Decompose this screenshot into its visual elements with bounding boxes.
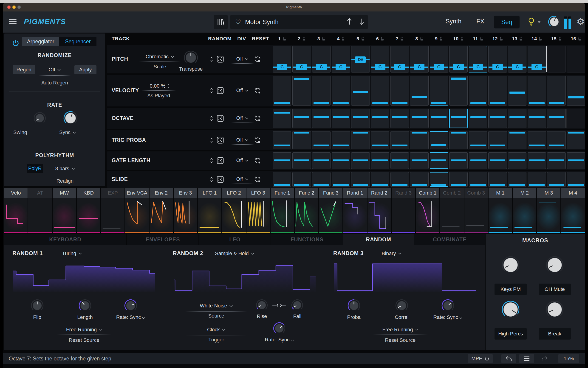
octave-step-8[interactable]: [410, 109, 428, 128]
row-reset[interactable]: [254, 137, 261, 145]
proba-control[interactable]: Proba: [336, 299, 372, 320]
correl-control[interactable]: Correl: [383, 299, 420, 320]
step-header-15[interactable]: 15: [547, 34, 566, 44]
gate-step-7[interactable]: [390, 152, 409, 169]
mod-source-env-2[interactable]: Env 2: [150, 188, 173, 233]
random3-rate-control[interactable]: Rate: Sync: [430, 299, 466, 320]
reset-loop-icon[interactable]: [254, 176, 261, 183]
tab-synth[interactable]: Synth: [446, 18, 462, 25]
pitch-step-4[interactable]: C: [332, 46, 350, 73]
macro4-label[interactable]: Break: [539, 328, 571, 340]
mod-source-kbd[interactable]: KBD: [77, 188, 100, 233]
mod-source-rand-2[interactable]: Rand 2: [367, 188, 391, 233]
mod-source-comb-2[interactable]: Comb 2: [440, 188, 463, 233]
velocity-step-4[interactable]: [332, 76, 350, 106]
step-header-12[interactable]: 12: [488, 34, 507, 44]
section-tab-keyboard[interactable]: KEYBOARD: [4, 234, 126, 245]
trig-step-14[interactable]: [528, 131, 546, 149]
row-stepper[interactable]: [210, 137, 213, 145]
row-reset[interactable]: [254, 87, 261, 95]
mod-source-thumbnail[interactable]: [101, 198, 125, 232]
section-tab-lfo[interactable]: LFO: [199, 234, 270, 245]
polyrhythm-bars-dropdown[interactable]: 8 bars: [52, 166, 78, 172]
slide-step-15[interactable]: [547, 172, 566, 187]
row-random-dice[interactable]: [217, 176, 224, 184]
power-icon[interactable]: [12, 39, 19, 47]
track-length-marker[interactable]: [566, 109, 566, 128]
stepper-icon[interactable]: [210, 87, 213, 94]
velocity-step-3[interactable]: [312, 76, 330, 106]
undo-button[interactable]: [501, 354, 516, 363]
gate-step-10[interactable]: [449, 152, 468, 169]
redo-button[interactable]: [537, 354, 552, 363]
row-stepper[interactable]: [210, 157, 213, 165]
row-reset[interactable]: [254, 115, 261, 123]
dice-icon[interactable]: [217, 137, 224, 144]
reset-loop-icon[interactable]: [254, 87, 261, 94]
mod-source-tab[interactable]: M 3: [537, 188, 560, 198]
flip-control[interactable]: Flip: [19, 299, 56, 320]
mod-source-exp[interactable]: EXP: [101, 188, 125, 233]
slide-step-7[interactable]: [390, 172, 409, 187]
mod-source-tab[interactable]: LFO 1: [198, 188, 222, 198]
mod-source-thumbnail[interactable]: [343, 198, 366, 232]
mod-source-tab[interactable]: EXP: [101, 188, 125, 198]
octave-step-7[interactable]: [390, 109, 409, 128]
stepper-icon[interactable]: [210, 137, 213, 144]
trig-step-11[interactable]: [469, 131, 487, 149]
octave-step-3[interactable]: [312, 109, 330, 128]
gate-step-9[interactable]: [430, 152, 448, 169]
velocity-step-5[interactable]: [351, 76, 370, 106]
gate-step-4[interactable]: [332, 152, 350, 169]
random2-source-dropdown[interactable]: White Noise: [178, 303, 254, 309]
mod-source-thumbnail[interactable]: [150, 198, 173, 232]
mod-source-mw[interactable]: MW: [53, 188, 76, 233]
mod-source-tab[interactable]: Func 3: [319, 188, 342, 198]
mod-source-tab[interactable]: Comb 3: [464, 188, 488, 198]
slide-step-10[interactable]: [449, 172, 468, 187]
mod-source-velo[interactable]: Velo: [4, 188, 28, 233]
step-header-5[interactable]: 5: [351, 34, 370, 44]
slide-step-14[interactable]: [528, 172, 546, 187]
gate-step-3[interactable]: [312, 152, 330, 169]
rate-sync-control[interactable]: Rate: Sync: [112, 299, 149, 320]
gate-step-13[interactable]: [508, 152, 526, 169]
mod-source-thumbnail[interactable]: [440, 198, 463, 232]
random1-waveform[interactable]: [13, 262, 155, 292]
gate-step-14[interactable]: [528, 152, 546, 169]
pitch-step-6[interactable]: C: [371, 46, 389, 73]
trig-step-9[interactable]: [430, 131, 448, 149]
mod-source-thumbnail[interactable]: [53, 198, 76, 232]
pitch-scale-dropdown[interactable]: Chromatic: [139, 54, 181, 60]
macro3-label[interactable]: High Percs: [494, 328, 527, 340]
mod-source-rand-1[interactable]: Rand 1: [343, 188, 366, 233]
mod-source-env-3[interactable]: Env 3: [174, 188, 197, 233]
mpe-button[interactable]: MPE: [468, 354, 493, 363]
stepper-icon[interactable]: [210, 176, 213, 183]
mod-source-tab[interactable]: KBD: [77, 188, 100, 198]
mod-source-thumbnail[interactable]: [513, 198, 536, 232]
track-length-marker[interactable]: [546, 46, 547, 72]
random3-reset-mode-dropdown[interactable]: Free Running: [359, 327, 442, 333]
mod-source-tab[interactable]: M 1: [489, 188, 512, 198]
slide-step-12[interactable]: [488, 172, 507, 187]
gate-step-1[interactable]: [273, 152, 291, 169]
transpose-knob[interactable]: [184, 50, 198, 66]
mod-source-func-3[interactable]: Func 3: [319, 188, 342, 233]
octave-step-5[interactable]: [351, 109, 370, 128]
tab-fx[interactable]: FX: [476, 18, 484, 25]
dice-icon[interactable]: [217, 157, 224, 164]
row-reset[interactable]: [254, 55, 261, 64]
pitch-step-3[interactable]: C: [312, 46, 330, 73]
step-header-1[interactable]: 1: [273, 34, 291, 44]
mod-source-thumbnail[interactable]: [125, 198, 149, 232]
random2-mode-dropdown[interactable]: Sample & Hold: [208, 250, 261, 257]
octave-step-1[interactable]: [273, 109, 291, 128]
slide-step-5[interactable]: [351, 172, 370, 187]
step-header-11[interactable]: 11: [469, 34, 487, 44]
row-reset[interactable]: [254, 176, 261, 184]
mod-source-lfo-2[interactable]: LFO 2: [222, 188, 246, 233]
macro4-knob[interactable]: [546, 301, 564, 319]
mod-source-lfo-3[interactable]: LFO 3: [246, 188, 270, 233]
slide-step-2[interactable]: [292, 172, 311, 187]
